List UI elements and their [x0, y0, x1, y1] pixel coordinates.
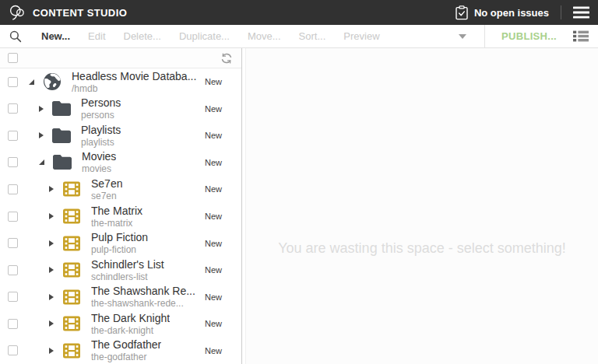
folder-icon	[52, 154, 72, 170]
content-path: movies	[82, 163, 116, 174]
tree-row[interactable]: PlaylistsplaylistsNew	[0, 122, 241, 149]
content-path: se7en	[91, 191, 122, 201]
hamburger-icon	[573, 6, 589, 19]
row-checkbox[interactable]	[8, 157, 18, 167]
content-title: The Shawshank Re...	[91, 285, 195, 298]
film-icon	[62, 180, 82, 198]
tree-row[interactable]: MoviesmoviesNew	[0, 149, 241, 177]
row-checkbox[interactable]	[8, 103, 18, 114]
film-icon	[62, 207, 82, 226]
content-title: Playlists	[81, 124, 121, 137]
content-title: Headless Movie Databa...	[72, 70, 196, 83]
film-icon	[62, 234, 82, 253]
content-path: persons	[81, 110, 121, 121]
content-tree-panel: Headless Movie Databa.../hmdbNewPersonsp…	[0, 48, 242, 364]
tree-row[interactable]: The Shawshank Re...the-shawshank-rede...…	[0, 283, 241, 310]
film-icon	[62, 314, 82, 333]
toolbar-button-edit[interactable]: Edit	[88, 30, 105, 42]
toolbar-button-new[interactable]: New...	[41, 30, 70, 42]
tree-row[interactable]: Schindler's Listschindlers-listNew	[0, 257, 241, 284]
publish-button[interactable]: PUBLISH...	[501, 30, 557, 42]
content-path: /hmdb	[72, 83, 196, 94]
search-icon	[9, 30, 22, 43]
content-path: the-shawshank-rede...	[91, 298, 195, 309]
content-path: schindlers-list	[91, 271, 164, 282]
expand-toggle-icon[interactable]	[39, 106, 44, 112]
film-icon	[62, 261, 82, 279]
content-studio-app: CONTENT STUDIO No open issues	[0, 0, 598, 364]
refresh-button[interactable]	[221, 53, 232, 64]
tree-rows: Headless Movie Databa.../hmdbNewPersonsp…	[0, 68, 241, 364]
expand-toggle-icon[interactable]	[49, 348, 54, 354]
issues-button[interactable]: No open issues	[456, 5, 549, 20]
row-checkbox[interactable]	[8, 212, 18, 222]
expand-toggle-icon[interactable]	[39, 132, 44, 138]
status-badge: New	[205, 319, 222, 328]
tree-row[interactable]: PersonspersonsNew	[0, 96, 241, 123]
row-checkbox[interactable]	[8, 238, 18, 248]
expand-toggle-icon[interactable]	[49, 213, 54, 219]
collapse-toggle-icon[interactable]	[39, 159, 44, 165]
expand-toggle-icon[interactable]	[49, 240, 54, 247]
content-path: playlists	[81, 137, 121, 148]
status-badge: New	[205, 239, 222, 248]
row-checkbox[interactable]	[8, 131, 18, 141]
content-title: Movies	[82, 150, 116, 163]
tree-row[interactable]: The Matrixthe-matrixNew	[0, 203, 241, 230]
row-checkbox[interactable]	[8, 184, 18, 194]
toolbar-button-delete[interactable]: Delete...	[124, 30, 161, 42]
expand-toggle-icon[interactable]	[49, 267, 54, 273]
preview-panel: You are wasting this space - select some…	[245, 48, 598, 364]
details-panel-toggle-button[interactable]	[573, 30, 589, 42]
status-badge: New	[205, 212, 222, 221]
app-title: CONTENT STUDIO	[33, 7, 127, 19]
film-icon	[62, 341, 82, 360]
content-path: pulp-fiction	[91, 244, 148, 255]
tree-grid-header	[0, 48, 241, 68]
row-checkbox[interactable]	[8, 292, 18, 302]
content-title: Se7en	[91, 177, 122, 191]
list-details-icon	[573, 30, 589, 42]
folder-icon	[51, 128, 72, 144]
content-area: Headless Movie Databa.../hmdbNewPersonsp…	[0, 48, 598, 364]
top-bar: CONTENT STUDIO No open issues	[0, 0, 598, 25]
toolbar-button-duplicate[interactable]: Duplicate...	[179, 30, 230, 42]
row-checkbox[interactable]	[8, 319, 18, 329]
tree-row[interactable]: Pulp Fictionpulp-fictionNew	[0, 229, 241, 257]
expand-toggle-icon[interactable]	[49, 320, 54, 327]
tree-row[interactable]: Se7ense7enNew	[0, 176, 241, 203]
film-icon	[62, 288, 82, 306]
content-title: The Matrix	[91, 205, 142, 218]
row-checkbox[interactable]	[8, 345, 18, 355]
issues-label: No open issues	[474, 7, 549, 19]
row-checkbox[interactable]	[8, 77, 18, 87]
fold-dropdown-arrow-icon[interactable]	[459, 34, 466, 39]
row-checkbox[interactable]	[8, 265, 18, 275]
empty-selection-message: You are wasting this space - select some…	[246, 240, 598, 257]
globe-icon	[42, 72, 62, 91]
toolbar-button-preview[interactable]: Preview	[343, 30, 379, 42]
search-button[interactable]	[9, 30, 23, 43]
content-title: Persons	[81, 96, 121, 110]
toolbar-button-move[interactable]: Move...	[248, 30, 281, 42]
expand-toggle-icon[interactable]	[49, 294, 54, 300]
enonic-logo-icon[interactable]	[7, 3, 26, 22]
content-path: the-matrix	[91, 218, 142, 229]
content-path: the-godfather	[91, 352, 161, 362]
tree-row[interactable]: The Godfatherthe-godfatherNew	[0, 337, 241, 364]
tree-row[interactable]: The Dark Knightthe-dark-knightNew	[0, 310, 241, 338]
status-badge: New	[205, 184, 222, 194]
tree-row[interactable]: Headless Movie Databa.../hmdbNew	[0, 68, 241, 96]
refresh-icon	[221, 53, 232, 64]
menu-button[interactable]	[573, 6, 590, 19]
content-title: The Dark Knight	[91, 312, 170, 325]
expand-toggle-icon[interactable]	[49, 186, 54, 192]
status-badge: New	[205, 77, 222, 86]
toolbar-button-sort[interactable]: Sort...	[299, 30, 326, 42]
collapse-toggle-icon[interactable]	[29, 79, 34, 85]
select-all-checkbox[interactable]	[8, 53, 18, 63]
browse-toolbar: New...EditDelete...Duplicate...Move...So…	[0, 25, 598, 48]
toolbar-divider	[484, 25, 485, 47]
content-title: Pulp Fiction	[91, 231, 148, 244]
topbar-divider	[561, 5, 561, 19]
